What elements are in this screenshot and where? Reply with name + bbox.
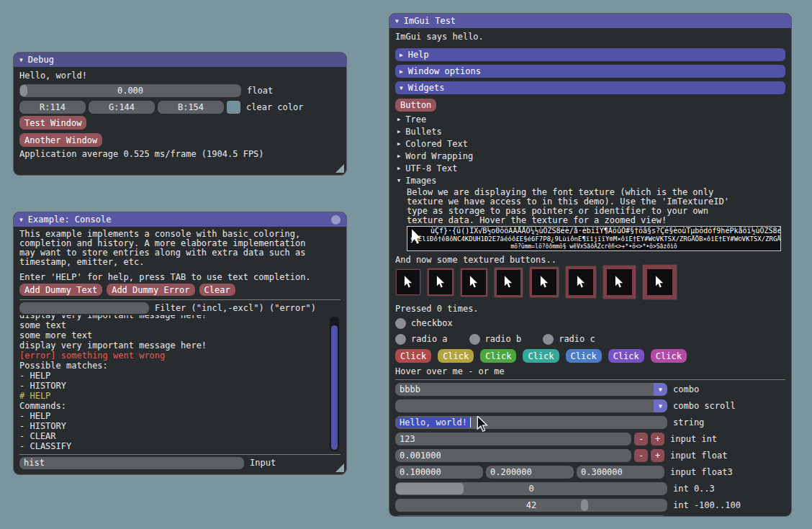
color-swatch[interactable] — [227, 101, 240, 114]
textured-image-button[interactable] — [529, 266, 559, 298]
add-dummy-error-button[interactable]: Add Dummy Error — [107, 284, 194, 296]
radio-label: radio b — [485, 335, 522, 344]
radio-c[interactable]: radio c — [543, 334, 595, 345]
click-button[interactable]: Click — [395, 349, 431, 363]
tree-arrow-icon — [397, 140, 400, 149]
input-float3-y[interactable]: 0.200000 — [486, 466, 574, 479]
chevron-down-icon[interactable]: ▼ — [654, 399, 667, 412]
checkbox[interactable] — [395, 318, 406, 329]
collapse-arrow-icon[interactable] — [19, 55, 23, 65]
window-title: Debug — [28, 55, 54, 65]
header-window-options[interactable]: Window options — [395, 65, 785, 78]
tree-node-images[interactable]: Images — [395, 175, 785, 187]
hover-text[interactable]: Hover over me - or me — [395, 367, 785, 376]
tree-node-word-wrapping[interactable]: Word Wrapping — [395, 150, 785, 163]
close-button[interactable] — [331, 215, 340, 225]
input-float3-z[interactable]: 0.300000 — [577, 466, 664, 479]
input-float-label: input float — [670, 451, 727, 461]
minus-button[interactable]: - — [634, 433, 648, 446]
color-edit-r[interactable]: R:114 — [19, 101, 86, 114]
another-window-button[interactable]: Another Window — [19, 133, 102, 147]
slider-int-0-3[interactable]: 0 — [395, 482, 667, 495]
textured-buttons-note: And now some textured buttons.. — [395, 256, 785, 265]
plus-button[interactable]: + — [651, 449, 664, 462]
clear-button[interactable]: Clear — [199, 284, 235, 296]
combo-value: bbbb — [395, 385, 420, 394]
cursor-arrow-icon — [411, 229, 423, 246]
console-log-line: display very important message here! — [19, 315, 340, 321]
add-dummy-text-button[interactable]: Add Dummy Text — [19, 284, 102, 296]
textured-image-button[interactable] — [427, 268, 454, 297]
click-button[interactable]: Click — [480, 349, 516, 363]
input-float3-x[interactable]: 0.100000 — [395, 466, 483, 479]
console-window: Example: Console This example implements… — [13, 212, 347, 475]
console-input[interactable]: hist — [19, 457, 244, 469]
tree-node-label: Word Wrapping — [405, 152, 473, 161]
tree-node-utf8-text[interactable]: UTF-8 Text — [395, 163, 785, 175]
slider-int-0-3-label: int 0..3 — [673, 484, 715, 494]
window-title: Example: Console — [28, 215, 112, 225]
slider-value: 42 — [395, 501, 667, 510]
string-input[interactable]: Hello, world! — [395, 416, 667, 429]
collapse-arrow-icon[interactable] — [19, 215, 23, 225]
console-log-line: display very important message here! — [19, 341, 340, 351]
tree-node-colored-text[interactable]: Colored Text — [395, 138, 785, 150]
click-button[interactable]: Click — [651, 349, 687, 363]
textured-image-button[interactable] — [460, 268, 488, 297]
slider-grab[interactable] — [20, 85, 27, 96]
scrollbar-track[interactable] — [330, 317, 339, 451]
test-window-button[interactable]: Test Window — [19, 116, 86, 130]
combo-box[interactable]: bbbb ▼ — [395, 383, 667, 396]
textured-image-button[interactable] — [642, 264, 677, 300]
cursor-arrow-icon — [655, 276, 664, 289]
pressed-counter-text: Pressed 0 times. — [395, 304, 785, 314]
plus-button[interactable]: + — [651, 433, 664, 446]
click-button[interactable]: Click — [608, 349, 644, 363]
debug-titlebar[interactable]: Debug — [14, 53, 346, 67]
textured-image-button[interactable] — [565, 266, 597, 299]
click-button[interactable]: Click — [523, 349, 559, 363]
textured-image-button[interactable] — [395, 268, 421, 296]
input-float-field[interactable]: 0.001000 — [395, 449, 631, 462]
color-edit-b[interactable]: B:154 — [158, 101, 224, 114]
desktop: { "colors": { "desktop_bg": "#7a959e", "… — [0, 0, 812, 529]
radio-row: radio a radio b radio c — [395, 334, 785, 345]
chevron-down-icon[interactable]: ▼ — [654, 383, 667, 396]
radio-b[interactable]: radio b — [469, 334, 522, 345]
test-titlebar[interactable]: ImGui Test — [389, 14, 791, 28]
collapse-arrow-icon[interactable] — [395, 17, 399, 26]
font-texture-image[interactable]: ùÇf}·{ü()ĪX√B½o0ôöÃÄÅÅÖ¼½ùÖZS8éè/å·èbïîY… — [407, 226, 781, 251]
click-button[interactable]: Click — [438, 349, 474, 363]
header-help[interactable]: Help — [395, 48, 785, 61]
radio-icon — [395, 334, 406, 345]
slider-grab[interactable] — [526, 516, 533, 517]
scrollbar-grab[interactable] — [331, 325, 338, 450]
slider-float[interactable]: 4.123 — [395, 515, 667, 517]
resize-grip[interactable] — [335, 464, 344, 472]
click-button[interactable]: Click — [566, 349, 602, 363]
test-content: ImGui says hello. Help Window options Wi… — [389, 32, 791, 517]
fps-stats-text: Application average 0.525 ms/frame (1904… — [19, 150, 340, 159]
console-log-line: - CLASSIFY — [19, 442, 340, 452]
color-edit-g[interactable]: G:144 — [89, 101, 155, 114]
checkbox-row: checkbox — [395, 318, 785, 329]
tree-node-bullets[interactable]: Bullets — [395, 126, 785, 138]
slider-int-100-100[interactable]: 42 — [395, 499, 667, 512]
console-titlebar[interactable]: Example: Console — [14, 212, 346, 227]
filter-input[interactable] — [19, 302, 149, 314]
tree-arrow-icon — [397, 164, 400, 173]
button-widget[interactable]: Button — [395, 99, 436, 112]
radio-a[interactable]: radio a — [395, 334, 448, 345]
input-int-field[interactable]: 123 — [395, 433, 631, 446]
debug-window: Debug Hello, world! 0.000 float R:114 G:… — [13, 52, 347, 176]
header-widgets[interactable]: Widgets — [395, 81, 785, 94]
slider-value: 0 — [395, 484, 667, 494]
resize-grip[interactable] — [335, 164, 344, 173]
float-slider[interactable]: 0.000 — [19, 84, 241, 97]
combo-scroll-box[interactable]: ▼ — [395, 399, 667, 412]
tree-node-tree[interactable]: Tree — [395, 114, 785, 126]
textured-image-button[interactable] — [494, 267, 523, 298]
textured-image-button[interactable] — [603, 265, 636, 299]
minus-button[interactable]: - — [634, 449, 648, 462]
console-log-region[interactable]: display very important message here! som… — [19, 315, 340, 453]
